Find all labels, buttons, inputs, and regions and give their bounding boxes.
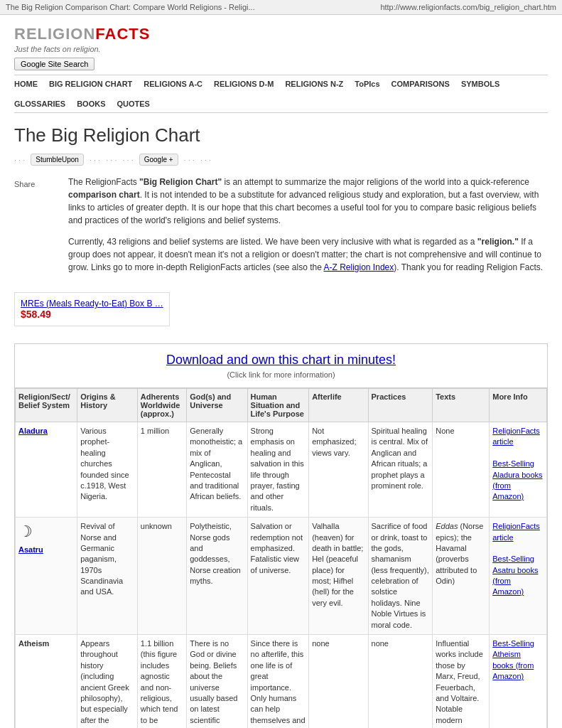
- col-header-moreinfo: More Info: [490, 389, 547, 422]
- social-bar: · · · StumbleUpon · · · · · · · · · Goog…: [14, 154, 548, 166]
- page-title: The Big Religion Chart: [14, 124, 548, 146]
- logo-facts: FACTS: [95, 25, 150, 43]
- nav-glossaries[interactable]: GLOSSARIES: [14, 100, 65, 108]
- main-layout: Share The ReligionFacts "Big Religion Ch…: [14, 176, 548, 282]
- table-row: Atheism Appears throughout history (incl…: [16, 635, 547, 728]
- table-row: ☽ Asatru Revival of Norse and Germanic p…: [16, 518, 547, 635]
- link-rf-asatru[interactable]: ReligionFacts article: [492, 522, 540, 541]
- cell-practices-aladura: Spiritual healing is central. Mix of Ang…: [368, 422, 433, 518]
- col-header-human: HumanSituation andLife's Purpose: [247, 389, 309, 422]
- cell-human-asatru: Salvation or redemption not emphasized. …: [247, 518, 309, 635]
- link-amazon-aladura[interactable]: Best-Selling Aladura books (from Amazon): [492, 459, 542, 500]
- cell-god-atheism: There is no God or divine being. Beliefs…: [187, 635, 247, 728]
- cell-texts-aladura: None: [433, 422, 490, 518]
- googleplus-button[interactable]: Google +: [139, 154, 178, 166]
- description-para2: Currently, 43 religions and belief syste…: [68, 235, 548, 274]
- social-placeholder-1: · · ·: [14, 156, 25, 164]
- cell-religion-aladura: Aladura: [16, 422, 77, 518]
- ad-link[interactable]: MREs (Meals Ready-to-Eat) Box B …: [21, 299, 163, 309]
- cell-origins-aladura: Various prophet-healing churches founded…: [77, 422, 138, 518]
- col-header-adherents: AdherentsWorldwide(approx.): [137, 389, 186, 422]
- search-box-area: Google Site Search: [14, 58, 548, 70]
- icon-asatru: ☽: [18, 521, 74, 543]
- cell-religion-asatru: ☽ Asatru: [16, 518, 77, 635]
- religion-name-atheism: Atheism: [18, 639, 49, 648]
- col-header-texts: Texts: [433, 389, 490, 422]
- nav-home[interactable]: HOME: [14, 80, 38, 88]
- social-placeholder-6: · · ·: [200, 156, 211, 164]
- description-para1: The ReligionFacts "Big Religion Chart" i…: [68, 176, 548, 227]
- logo-religion: RELIGION: [14, 25, 95, 43]
- nav-religions-dm[interactable]: RELIGIONS D-M: [214, 80, 274, 88]
- social-placeholder-3: · · ·: [106, 156, 117, 164]
- logo-area: RELIGIONFACTS Just the facts on religion…: [14, 15, 548, 75]
- nav-religions-nz[interactable]: RELIGIONS N-Z: [285, 80, 343, 88]
- content-area: The ReligionFacts "Big Religion Chart" i…: [68, 176, 548, 282]
- nav-big-religion-chart[interactable]: BIG RELIGION CHART: [49, 80, 132, 88]
- chart-subheader: (Click link for more information): [23, 370, 539, 379]
- nav-symbols[interactable]: SYMBOLS: [461, 80, 499, 88]
- social-placeholder-5: · · ·: [184, 156, 195, 164]
- chart-download-link[interactable]: Download and own this chart in minutes!: [166, 353, 396, 367]
- cell-adherents-asatru: unknown: [137, 518, 186, 635]
- col-header-god: God(s) andUniverse: [187, 389, 247, 422]
- cell-practices-asatru: Sacrifice of food or drink, toast to the…: [368, 518, 433, 635]
- nav-bar: HOME BIG RELIGION CHART RELIGIONS A-C RE…: [14, 75, 548, 113]
- cell-religion-atheism: Atheism: [16, 635, 77, 728]
- col-header-afterlife: Afterlife: [309, 389, 368, 422]
- nav-quotes[interactable]: QUOTES: [117, 100, 149, 108]
- logo[interactable]: RELIGIONFACTS: [14, 25, 548, 43]
- social-placeholder-2: · · ·: [90, 156, 100, 164]
- stumbleupon-button[interactable]: StumbleUpon: [31, 154, 84, 166]
- cell-adherents-atheism: 1.1 billion (this figure includes agnost…: [137, 635, 186, 728]
- ad-price: $58.49: [21, 309, 163, 320]
- nav-books[interactable]: BOOKS: [77, 100, 105, 108]
- table-row: Aladura Various prophet-healing churches…: [16, 422, 547, 518]
- share-label: Share: [14, 180, 35, 188]
- link-rf-aladura[interactable]: ReligionFacts article: [492, 427, 540, 446]
- col-header-origins: Origins &History: [77, 389, 138, 422]
- logo-tagline: Just the facts on religion.: [14, 45, 548, 53]
- az-religion-index-link[interactable]: A-Z Religion Index: [324, 262, 394, 272]
- browser-bar: The Big Religion Comparison Chart: Compa…: [0, 0, 562, 15]
- cell-afterlife-asatru: Valhalla (heaven) for death in battle; H…: [309, 518, 368, 635]
- sidebar: Share: [14, 176, 57, 282]
- link-amazon-atheism[interactable]: Best-Selling Atheism books (from Amazon): [492, 639, 534, 680]
- ad-area: MREs (Meals Ready-to-Eat) Box B … $58.49: [14, 292, 170, 326]
- cell-origins-asatru: Revival of Norse and Germanic paganism, …: [77, 518, 138, 635]
- cell-afterlife-aladura: Not emphasized; views vary.: [309, 422, 368, 518]
- cell-moreinfo-aladura: ReligionFacts article Best-Selling Aladu…: [490, 422, 547, 518]
- cell-moreinfo-asatru: ReligionFacts article Best-Selling Asatr…: [490, 518, 547, 635]
- cell-afterlife-atheism: none: [309, 635, 368, 728]
- search-button[interactable]: Google Site Search: [14, 58, 94, 70]
- link-amazon-asatru[interactable]: Best-Selling Asatru books (from Amazon): [492, 555, 538, 596]
- religion-link-aladura[interactable]: Aladura: [18, 427, 48, 435]
- chart-section: Download and own this chart in minutes! …: [14, 343, 548, 728]
- cell-adherents-aladura: 1 million: [137, 422, 186, 518]
- col-header-practices: Practices: [368, 389, 433, 422]
- chart-header: Download and own this chart in minutes! …: [15, 344, 547, 388]
- cell-origins-atheism: Appears throughout history (including an…: [77, 635, 138, 728]
- browser-url: http://www.religionfacts.com/big_religio…: [380, 3, 556, 11]
- cell-god-asatru: Polytheistic, Norse gods and goddesses, …: [187, 518, 247, 635]
- cell-texts-asatru: Eddas (Norse epics); the Havamal (prover…: [433, 518, 490, 635]
- nav-comparisons[interactable]: COMPARISONS: [391, 80, 450, 88]
- nav-religions-ac[interactable]: RELIGIONS A-C: [144, 80, 202, 88]
- nav-topics[interactable]: ToPIcs: [355, 80, 379, 88]
- col-header-religion: Religion/Sect/Belief System: [16, 389, 77, 422]
- browser-title: The Big Religion Comparison Chart: Compa…: [6, 3, 255, 11]
- big-table: Religion/Sect/Belief System Origins &His…: [15, 388, 547, 728]
- cell-practices-atheism: none: [368, 635, 433, 728]
- cell-god-aladura: Generally monotheistic; a mix of Anglica…: [187, 422, 247, 518]
- cell-human-aladura: Strong emphasis on healing and salvation…: [247, 422, 309, 518]
- cell-human-atheism: Since there is no afterlife, this one li…: [247, 635, 309, 728]
- social-placeholder-4: · · ·: [122, 156, 133, 164]
- religion-link-asatru[interactable]: Asatru: [18, 545, 43, 554]
- cell-moreinfo-atheism: Best-Selling Atheism books (from Amazon): [490, 635, 547, 728]
- cell-texts-atheism: Influential works include those by Marx,…: [433, 635, 490, 728]
